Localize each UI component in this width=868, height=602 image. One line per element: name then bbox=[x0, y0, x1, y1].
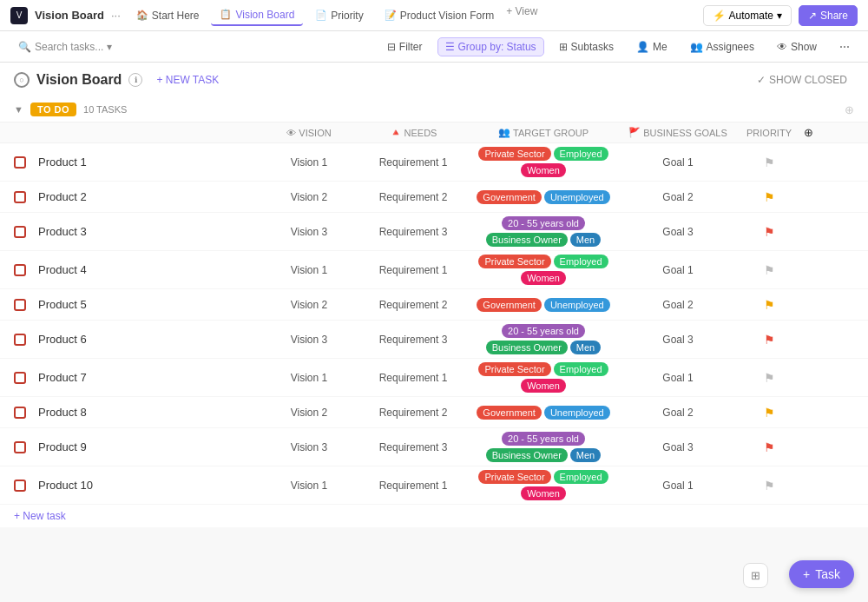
plus-view-btn[interactable]: + View bbox=[506, 5, 537, 26]
subtasks-label: Subtasks bbox=[571, 41, 614, 53]
task-name: Product 5 bbox=[38, 298, 87, 311]
fab-grid-button[interactable]: ⊞ bbox=[743, 563, 768, 588]
task-name: Product 3 bbox=[38, 225, 87, 238]
tag-item: Employed bbox=[554, 255, 608, 268]
board-menu-dots[interactable]: ··· bbox=[111, 9, 121, 22]
group-by-label: Group by: Status bbox=[458, 41, 536, 53]
tag-item: Unemployed bbox=[544, 406, 610, 420]
subtasks-button[interactable]: ⊞ Subtasks bbox=[551, 37, 621, 56]
task-checkbox[interactable] bbox=[14, 156, 26, 169]
task-checkbox[interactable] bbox=[14, 334, 26, 346]
target-col-label: TARGET GROUP bbox=[513, 128, 589, 138]
task-checkbox[interactable] bbox=[14, 264, 26, 276]
tab-priority[interactable]: 📄 Priority bbox=[306, 5, 372, 26]
task-checkbox[interactable] bbox=[14, 407, 26, 419]
task-name: Product 4 bbox=[38, 263, 87, 276]
priority-flag-icon: ⚑ bbox=[764, 479, 775, 493]
nav-left: V Vision Board ··· 🏠 Start Here 📋 Vision… bbox=[10, 5, 696, 26]
more-button[interactable]: ⋯ bbox=[832, 37, 858, 56]
task-name-cell: Product 5 bbox=[14, 298, 257, 311]
section-label: TO DO bbox=[30, 103, 76, 116]
assignees-button[interactable]: 👥 Assignees bbox=[682, 37, 762, 56]
tag-item: Employed bbox=[554, 362, 608, 376]
group-by-button[interactable]: ☰ Group by: Status bbox=[437, 37, 544, 56]
table-row[interactable]: Product 4 Vision 1 Requirement 1 Private… bbox=[0, 251, 868, 289]
tab-product-vision-form[interactable]: 📝 Product Vision Form bbox=[376, 5, 503, 26]
page-header: ○ Vision Board ℹ + NEW TASK ✓ SHOW CLOSE… bbox=[0, 63, 868, 97]
vision-col-icon: 👁 bbox=[286, 128, 296, 138]
add-task-fab[interactable]: + Task bbox=[789, 560, 854, 588]
task-checkbox[interactable] bbox=[14, 226, 26, 238]
task-name: Product 9 bbox=[38, 440, 87, 453]
new-task-button[interactable]: + NEW TASK bbox=[149, 71, 226, 89]
me-button[interactable]: 👤 Me bbox=[628, 37, 675, 56]
task-name: Product 10 bbox=[38, 479, 93, 492]
section-settings-icon[interactable]: ⊕ bbox=[845, 103, 854, 116]
task-checkbox[interactable] bbox=[14, 441, 26, 453]
task-checkbox[interactable] bbox=[14, 480, 26, 492]
table-row[interactable]: Product 6 Vision 3 Requirement 3 20 - 55… bbox=[0, 321, 868, 359]
tab-start-here[interactable]: 🏠 Start Here bbox=[128, 5, 208, 26]
task-name-cell: Product 2 bbox=[14, 190, 257, 203]
table-row[interactable]: Product 7 Vision 1 Requirement 1 Private… bbox=[0, 359, 868, 397]
task-business-goal: Goal 1 bbox=[621, 156, 734, 169]
task-business-goal: Goal 3 bbox=[621, 334, 734, 346]
priority-col-label: PRIORITY bbox=[746, 128, 792, 138]
business-col-label: BUSINESS GOALS bbox=[643, 128, 727, 138]
tag-item: Unemployed bbox=[544, 298, 610, 312]
share-button[interactable]: ↗ Share bbox=[799, 5, 858, 26]
task-name-cell: Product 7 bbox=[14, 371, 257, 384]
section-collapse-btn[interactable]: ▼ bbox=[14, 104, 23, 115]
table-row[interactable]: Product 9 Vision 3 Requirement 3 20 - 55… bbox=[0, 428, 868, 466]
section-header: ▼ TO DO 10 TASKS ⊕ bbox=[0, 97, 868, 122]
table-row[interactable]: Product 1 Vision 1 Requirement 1 Private… bbox=[0, 143, 868, 182]
priority-flag-icon: ⚑ bbox=[764, 406, 775, 420]
task-target: Private SectorEmployedWomen bbox=[465, 255, 621, 285]
tag-item: Government bbox=[477, 298, 542, 312]
tag-item: 20 - 55 years old bbox=[502, 432, 585, 446]
filter-button[interactable]: ⊟ Filter bbox=[379, 37, 431, 56]
show-closed-button[interactable]: ✓ SHOW CLOSED bbox=[750, 71, 854, 89]
task-name-cell: Product 8 bbox=[14, 406, 257, 419]
nav-tabs: 🏠 Start Here 📋 Vision Board 📄 Priority 📝… bbox=[128, 5, 538, 26]
table-row[interactable]: Product 3 Vision 3 Requirement 3 20 - 55… bbox=[0, 213, 868, 251]
subtasks-icon: ⊞ bbox=[559, 41, 568, 53]
task-checkbox[interactable] bbox=[14, 372, 26, 384]
task-checkbox[interactable] bbox=[14, 191, 26, 203]
new-task-row[interactable]: + New task bbox=[0, 505, 868, 527]
show-button[interactable]: 👁 Show bbox=[769, 37, 825, 56]
tab-start-here-label: Start Here bbox=[152, 10, 200, 22]
fab-label: Task bbox=[815, 567, 840, 581]
col-add[interactable]: ⊕ bbox=[804, 126, 830, 139]
me-icon: 👤 bbox=[636, 41, 649, 53]
tab-vision-board[interactable]: 📋 Vision Board bbox=[211, 5, 303, 26]
task-business-goal: Goal 2 bbox=[621, 407, 734, 419]
tag-item: 20 - 55 years old bbox=[502, 324, 585, 338]
task-needs: Requirement 1 bbox=[361, 264, 465, 276]
tag-item: Private Sector bbox=[478, 255, 550, 268]
task-name-cell: Product 10 bbox=[14, 479, 257, 492]
task-needs: Requirement 3 bbox=[361, 441, 465, 453]
tag-item: Women bbox=[521, 163, 566, 177]
tab-priority-label: Priority bbox=[331, 10, 363, 22]
tag-item: Men bbox=[570, 448, 601, 462]
automate-button[interactable]: ⚡ Automate ▾ bbox=[703, 5, 792, 26]
task-priority: ⚑ bbox=[734, 225, 804, 239]
task-name-cell: Product 6 bbox=[14, 333, 257, 346]
search-box[interactable]: 🔍 Search tasks... ▾ bbox=[10, 37, 120, 56]
table-row[interactable]: Product 5 Vision 2 Requirement 2 Governm… bbox=[0, 289, 868, 321]
tag-row: Private SectorEmployedWomen bbox=[465, 147, 621, 177]
priority-flag-icon: ⚑ bbox=[764, 263, 775, 277]
task-checkbox[interactable] bbox=[14, 299, 26, 311]
nav-right: ⚡ Automate ▾ ↗ Share bbox=[703, 5, 858, 26]
table-row[interactable]: Product 8 Vision 2 Requirement 2 Governm… bbox=[0, 397, 868, 428]
info-icon[interactable]: ℹ bbox=[128, 73, 142, 87]
tag-item: Women bbox=[521, 271, 566, 285]
table-row[interactable]: Product 2 Vision 2 Requirement 2 Governm… bbox=[0, 182, 868, 213]
task-target: 20 - 55 years oldBusiness OwnerMen bbox=[465, 216, 621, 247]
task-needs: Requirement 2 bbox=[361, 191, 465, 203]
vision-col-label: VISION bbox=[299, 128, 331, 138]
task-priority: ⚑ bbox=[734, 371, 804, 385]
priority-flag-icon: ⚑ bbox=[764, 440, 775, 454]
table-row[interactable]: Product 10 Vision 1 Requirement 1 Privat… bbox=[0, 466, 868, 505]
